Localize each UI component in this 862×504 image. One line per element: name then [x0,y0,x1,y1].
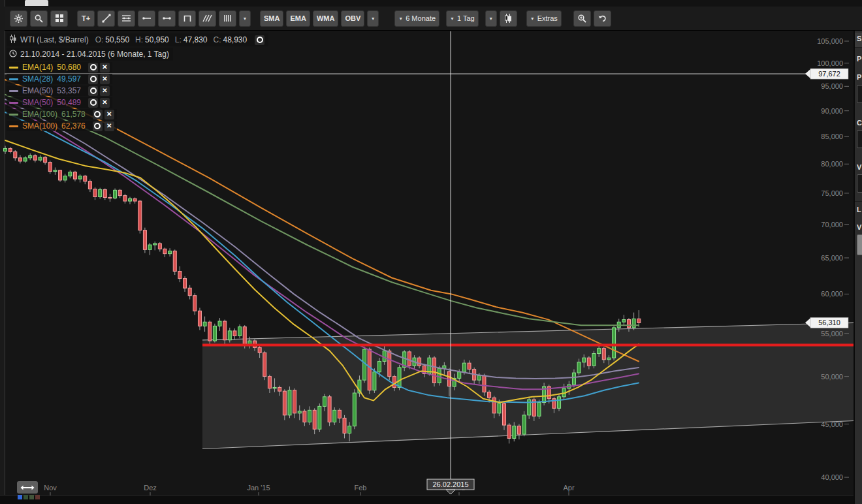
candle [632,313,635,330]
legend-settings-button[interactable] [93,121,103,131]
rectangle-tool-button[interactable] [178,10,196,27]
undo-button[interactable] [594,10,611,27]
candle [318,403,321,432]
period-label: 6 Monate [406,14,436,22]
indicators-dropdown-button[interactable]: ▼ [367,10,379,27]
candle [228,328,231,343]
candle [198,307,201,330]
indicator-obv-button[interactable]: OBV [341,10,364,27]
panel-input-fragment[interactable] [857,85,862,103]
ohlc-label: H: [135,35,143,44]
legend-settings-button[interactable] [88,63,98,72]
ohlc-label: L: [175,35,182,44]
panel-input-fragment[interactable] [857,174,862,193]
fibonacci-tool-button[interactable] [118,10,135,27]
circle-icon [90,64,97,71]
legend-color-dash [9,67,18,69]
status-dot-olive[interactable] [29,495,34,499]
horizontal-ray-icon [142,14,152,23]
search-button[interactable] [30,10,48,27]
candle [48,161,52,174]
legend-remove-button[interactable]: ✕ [100,86,110,96]
x-axis[interactable]: NovDezJan '15FebMrzApr [44,484,575,496]
y-axis-label: 60,000 [821,290,843,298]
panel-label-fragment: C [857,119,862,127]
legend-remove-button[interactable]: ✕ [100,74,110,84]
y-axis-label: 100,000 [817,59,843,67]
legend-remove-button[interactable]: ✕ [100,63,110,72]
interval-dropdown-button[interactable]: ▼1 Tag [446,10,479,27]
legend-color-dash [9,102,18,104]
settings-button[interactable] [10,10,27,27]
close-icon: ✕ [106,111,112,118]
legend-color-dash [9,90,18,92]
legend-remove-button[interactable]: ✕ [100,98,110,108]
circle-icon [94,123,101,129]
y-axis-label: 50,000 [821,373,843,381]
status-dots [18,495,40,499]
chevron-down-icon: ▼ [371,16,375,21]
horizontal-ray-tool-button[interactable] [138,10,155,27]
candle [203,317,206,332]
trend-channel[interactable] [202,323,854,449]
y-axis-label: 40,000 [821,473,843,481]
legend-remove-button[interactable]: ✕ [104,110,114,119]
circle-icon [90,76,97,82]
channel-gate-icon [183,14,192,23]
layout-button[interactable] [50,10,68,27]
undo-icon [598,14,607,23]
horizontal-segment-tool-button[interactable] [158,10,176,27]
zoom-in-button[interactable] [573,10,591,27]
panel-button-fragment[interactable] [857,234,862,255]
legend-settings-button[interactable] [88,74,98,84]
candle [63,174,67,182]
volume-bars-tool-button[interactable] [219,10,236,27]
legend-row: EMA(14)50,680✕ [7,62,112,72]
legend-settings-button[interactable] [88,98,98,108]
period-dropdown-button[interactable]: ▼6 Monate [394,10,439,27]
status-dot-green[interactable] [24,495,28,499]
candle [218,318,221,331]
legend-indicator-name: EMA(14) [22,63,53,72]
status-dot-blue[interactable] [18,495,22,499]
indicator-wma-button[interactable]: WMA [313,10,339,27]
status-dot-red[interactable] [35,495,40,499]
panel-input-fragment[interactable] [857,130,862,148]
indicator-legend: EMA(14)50,680✕SMA(28)49,597✕EMA(50)53,35… [7,62,268,131]
extras-dropdown-button[interactable]: ▼Extras [526,10,562,27]
chevron-down-icon: ▼ [398,16,403,21]
circle-icon [94,111,101,118]
candle [18,155,22,164]
panel-label-fragment: P [857,73,861,81]
svg-text:97,672: 97,672 [818,70,840,78]
symbol-title: WTI (Last, $/Barrel) [20,35,89,44]
chevron-down-icon: ▼ [243,16,247,21]
chart-type-button[interactable] [500,10,517,27]
legend-indicator-name: SMA(50) [22,98,53,107]
candle [517,424,520,439]
symbol-settings-button[interactable] [255,35,264,45]
indicator-ema-button[interactable]: EMA [286,10,310,27]
legend-settings-button[interactable] [93,110,103,119]
daterange-label: 21.10.2014 - 21.04.2015 (6 Monate, 1 Tag… [20,50,169,59]
pan-horizontal-button[interactable] [17,481,38,494]
draw-tools-dropdown-button[interactable]: ▼ [239,10,251,27]
legend-settings-button[interactable] [88,86,98,96]
candle [14,150,17,161]
trendline-tool-button[interactable] [97,10,115,27]
svg-text:26.02.2015: 26.02.2015 [432,480,468,488]
close-icon: ✕ [102,87,107,94]
candle [118,189,121,198]
legend-remove-button[interactable]: ✕ [104,121,114,131]
candle [158,242,161,252]
parallel-channel-tool-button[interactable] [199,10,216,27]
legend-indicator-name: EMA(50) [22,86,53,95]
candle [213,324,216,343]
indicator-sma-button[interactable]: SMA [260,10,283,27]
chart-type-dropdown-button[interactable]: ▼ [485,10,497,27]
candle [363,347,366,383]
y-axis-label: 65,000 [821,254,843,262]
candle [103,189,106,200]
legend-indicator-value: 50,489 [57,98,81,107]
text-tool-button[interactable]: T+ [77,10,95,27]
